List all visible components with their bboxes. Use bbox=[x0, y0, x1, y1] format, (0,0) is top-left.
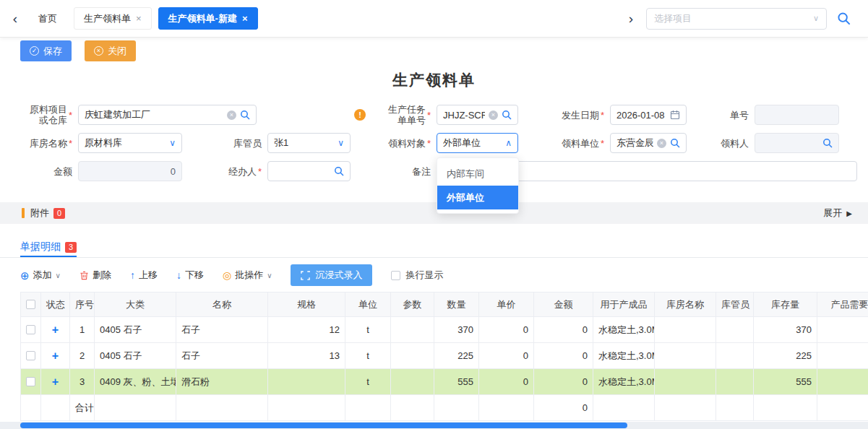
material-project-field[interactable]: 庆虹建筑加工厂 × bbox=[78, 105, 257, 125]
category-cell[interactable]: 0409 灰、粉、土壤 bbox=[95, 369, 176, 395]
spec-cell[interactable] bbox=[268, 369, 345, 395]
warehouse-cell[interactable] bbox=[655, 317, 716, 343]
save-button[interactable]: ✓ 保存 bbox=[20, 40, 72, 61]
immersive-entry-button[interactable]: 沉浸式录入 bbox=[291, 264, 372, 286]
need-cell[interactable] bbox=[817, 343, 868, 369]
product-cell[interactable]: 水稳定土,3.0M bbox=[593, 343, 655, 369]
qty-cell[interactable]: 225 bbox=[434, 343, 479, 369]
seq-cell[interactable]: 2 bbox=[70, 343, 95, 369]
category-cell[interactable]: 0405 石子 bbox=[95, 343, 176, 369]
seq-cell[interactable]: 3 bbox=[70, 369, 95, 395]
detail-grid: 状态 序号 大类 名称 规格 单位 参数 数量 单价 金额 用于产成品 库房名称… bbox=[0, 292, 868, 422]
tabs-scroll-right-icon[interactable]: › bbox=[624, 11, 637, 27]
tabs-scroll-left-icon[interactable]: ‹ bbox=[9, 11, 22, 27]
row-checkbox[interactable] bbox=[26, 351, 35, 360]
row-checkbox[interactable] bbox=[26, 377, 35, 386]
param-cell[interactable] bbox=[391, 317, 434, 343]
add-row-button[interactable]: ⊕ 添加 ∨ bbox=[20, 269, 61, 282]
expand-arrow-icon: ▶ bbox=[846, 209, 852, 217]
keeper-cell[interactable] bbox=[716, 369, 754, 395]
scrollbar-thumb[interactable] bbox=[20, 422, 627, 428]
col-price: 单价 bbox=[479, 292, 534, 317]
target-select[interactable]: 外部单位 ∧ bbox=[437, 133, 518, 153]
search-icon[interactable] bbox=[837, 12, 851, 25]
close-button[interactable]: × 关闭 bbox=[85, 40, 136, 61]
dropdown-option-external[interactable]: 外部单位 bbox=[437, 186, 518, 209]
amount-cell[interactable]: 0 bbox=[534, 317, 593, 343]
wrap-display-checkbox[interactable]: 换行显示 bbox=[391, 269, 443, 282]
clear-icon[interactable]: × bbox=[657, 139, 666, 148]
spec-cell[interactable]: 13 bbox=[268, 343, 345, 369]
qty-cell[interactable]: 555 bbox=[434, 369, 479, 395]
qty-cell[interactable]: 370 bbox=[434, 317, 479, 343]
stock-cell[interactable]: 555 bbox=[754, 369, 817, 395]
move-down-button[interactable]: ↓ 下移 bbox=[176, 269, 204, 282]
unit-cell[interactable]: t bbox=[345, 317, 391, 343]
checkbox-icon[interactable] bbox=[391, 271, 400, 280]
close-icon[interactable]: × bbox=[242, 14, 248, 23]
warehouse-cell[interactable] bbox=[655, 369, 716, 395]
price-cell[interactable]: 0 bbox=[479, 317, 534, 343]
tab-home[interactable]: 首页 bbox=[28, 7, 67, 30]
name-cell[interactable]: 石子 bbox=[176, 317, 268, 343]
plus-icon[interactable]: + bbox=[52, 350, 59, 362]
seq-cell[interactable]: 1 bbox=[70, 317, 95, 343]
tab-detail-lines[interactable]: 单据明细 3 bbox=[20, 238, 77, 257]
project-select[interactable]: 选择项目 ∨ bbox=[646, 8, 827, 30]
warehouse-select[interactable]: 原材料库 ∨ bbox=[78, 133, 182, 153]
expand-button[interactable]: 展开 ▶ bbox=[823, 207, 852, 220]
product-cell[interactable]: 水稳定土,3.0M bbox=[593, 369, 655, 395]
tab-requisition-new[interactable]: 生产领料单-新建 × bbox=[158, 7, 258, 30]
product-cell[interactable]: 水稳定土,3.0M bbox=[593, 317, 655, 343]
delete-row-button[interactable]: 删除 bbox=[80, 269, 111, 282]
amount-cell[interactable]: 0 bbox=[534, 343, 593, 369]
status-cell[interactable]: + bbox=[41, 369, 70, 395]
action-toolbar: ✓ 保存 × 关闭 bbox=[20, 40, 136, 61]
col-warehouse: 库房名称 bbox=[655, 292, 716, 317]
picker-field[interactable] bbox=[755, 133, 839, 153]
move-up-button[interactable]: ↑ 上移 bbox=[130, 269, 158, 282]
warehouse-cell[interactable] bbox=[655, 343, 716, 369]
spec-cell[interactable]: 12 bbox=[268, 317, 345, 343]
close-icon[interactable]: × bbox=[136, 14, 142, 23]
stock-cell[interactable]: 370 bbox=[754, 317, 817, 343]
status-cell[interactable]: + bbox=[41, 343, 70, 369]
need-cell[interactable] bbox=[817, 317, 868, 343]
task-no-field[interactable]: JHJZ-SCRV × bbox=[437, 105, 518, 125]
name-cell[interactable]: 石子 bbox=[176, 343, 268, 369]
stock-cell[interactable]: 225 bbox=[754, 343, 817, 369]
warning-icon[interactable]: ! bbox=[354, 109, 366, 121]
need-cell[interactable] bbox=[817, 369, 868, 395]
price-cell[interactable]: 0 bbox=[479, 343, 534, 369]
keeper-cell[interactable] bbox=[716, 343, 754, 369]
batch-ops-button[interactable]: ◎ 批操作 ∨ bbox=[223, 269, 272, 282]
plus-icon[interactable]: + bbox=[52, 324, 59, 336]
unit-cell[interactable]: t bbox=[345, 369, 391, 395]
grid-toolbar: ⊕ 添加 ∨ 删除 ↑ 上移 ↓ 下移 ◎ 批操作 ∨ 沉浸式录入 换行显示 bbox=[20, 264, 443, 286]
select-all-checkbox[interactable] bbox=[26, 300, 35, 309]
keeper-cell[interactable] bbox=[716, 317, 754, 343]
row-checkbox[interactable] bbox=[26, 325, 35, 334]
col-qty: 数量 bbox=[434, 292, 479, 317]
keeper-select[interactable]: 张1 ∨ bbox=[267, 133, 351, 153]
unit-field[interactable]: 东营金辰建 × bbox=[610, 133, 687, 153]
amount-cell[interactable]: 0 bbox=[534, 369, 593, 395]
agent-field[interactable] bbox=[267, 161, 351, 181]
status-cell[interactable]: + bbox=[41, 317, 70, 343]
amount-field: 0 bbox=[78, 161, 182, 181]
date-field[interactable]: 2026-01-08 bbox=[610, 105, 687, 125]
price-cell[interactable]: 0 bbox=[479, 369, 534, 395]
arrow-down-icon: ↓ bbox=[176, 270, 181, 280]
category-cell[interactable]: 0405 石子 bbox=[95, 317, 176, 343]
col-keeper: 库管员 bbox=[716, 292, 754, 317]
param-cell[interactable] bbox=[391, 343, 434, 369]
param-cell[interactable] bbox=[391, 369, 434, 395]
tab-requisition-list[interactable]: 生产领料单 × bbox=[74, 7, 152, 30]
dropdown-option-internal[interactable]: 内部车间 bbox=[437, 162, 518, 186]
clear-icon[interactable]: × bbox=[489, 110, 498, 120]
unit-cell[interactable]: t bbox=[345, 343, 391, 369]
clear-icon[interactable]: × bbox=[227, 110, 236, 120]
plus-icon[interactable]: + bbox=[52, 376, 59, 388]
name-cell[interactable]: 滑石粉 bbox=[176, 369, 268, 395]
immersive-label: 沉浸式录入 bbox=[315, 269, 362, 282]
